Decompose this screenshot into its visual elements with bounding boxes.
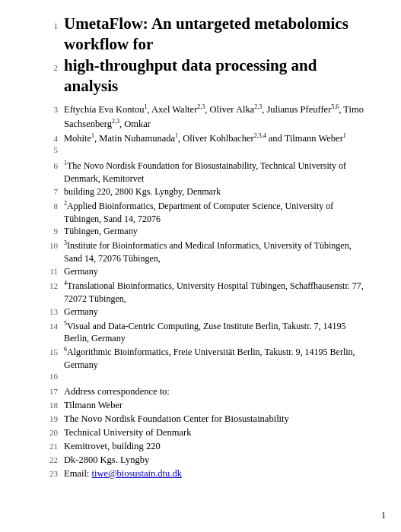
address-street: Kemitrovet, building 220 [64,440,364,454]
line-num-14: 14 [41,321,58,331]
line-22: 22 Dk-2800 Kgs. Lyngby [41,454,364,467]
line-num-3: 3 [41,105,58,114]
email-line: Email: tiwe@biosustain.dtu.dk [64,467,364,481]
line-14: 14 5Visual and Data-Centric Computing, Z… [41,319,364,346]
authors-line-2: Mohite1, Matin Nuhamunada1, Oliver Kohlb… [64,131,364,146]
line-num-5: 5 [41,145,58,154]
line-num-19: 19 [41,414,58,423]
line-3: 3 Eftychia Eva Kontou1, Axel Walter2,3, … [41,103,364,131]
line-18: 18 Tilmann Weber [41,399,364,413]
address-uni: Technical University of Denmark [64,426,364,440]
line-num-17: 17 [41,387,58,396]
title-line-1: UmetaFlow: An untargeted metabolomics wo… [64,14,364,55]
line-num-10: 10 [41,241,58,250]
line-num-8: 8 [41,201,58,211]
line-num-7: 7 [41,187,58,196]
affil-3-line2: Germany [64,265,364,278]
address-org: The Novo Nordisk Foundation Center for B… [64,413,364,426]
line-num-4: 4 [41,134,58,143]
line-9: 9 Tübingen, Germany [41,225,364,239]
line-11: 11 Germany [41,265,364,279]
line-21: 21 Kemitrovet, building 220 [41,440,364,454]
line-19: 19 The Novo Nordisk Foundation Center fo… [41,413,364,426]
line-1: 1 UmetaFlow: An untargeted metabolomics … [41,14,364,55]
line-num-16: 16 [41,372,58,381]
line-num-21: 21 [41,442,58,451]
line-num-2: 2 [41,63,58,72]
line-num-15: 15 [41,347,58,356]
affil-5: 5Visual and Data-Centric Computing, Zuse… [64,319,364,346]
affil-6: 6Algorithmic Bioinformatics, Freie Unive… [64,345,364,372]
line-4: 4 Mohite1, Matin Nuhamunada1, Oliver Koh… [41,131,364,146]
address-city: Dk-2800 Kgs. Lyngby [64,454,364,467]
line-5: 5 [41,145,364,156]
line-13: 13 Germany [41,306,364,319]
line-num-11: 11 [41,267,58,276]
line-num-9: 9 [41,226,58,236]
email-link[interactable]: tiwe@biosustain.dtu.dk [91,468,181,479]
authors-line-1: Eftychia Eva Kontou1, Axel Walter2,3, Ol… [64,103,364,131]
line-num-12: 12 [41,281,58,290]
affil-2-line1: 2Applied Bioinformatics, Department of C… [64,199,364,226]
address-name: Tilmann Weber [64,399,364,413]
line-20: 20 Technical University of Denmark [41,426,364,440]
line-num-6: 6 [41,161,58,170]
address-label: Address correspondence to: [64,385,364,399]
line-num-22: 22 [41,455,58,464]
affil-4-line2: Germany [64,306,364,318]
page-number: 1 [381,510,386,521]
affil-4-line1: 4Translational Bioinformatics, Universit… [64,279,364,306]
line-8: 8 2Applied Bioinformatics, Department of… [41,199,364,226]
affil-1-line2: building 220, 2800 Kgs. Lyngby, Denmark [64,185,364,198]
line-23: 23 Email: tiwe@biosustain.dtu.dk [41,467,364,481]
line-2: 2 high-throughput data processing and an… [41,55,364,97]
title-line-2: high-throughput data processing and anal… [64,55,364,97]
affil-3-line1: 3Institute for Bioinformatics and Medica… [64,239,364,265]
affil-1-line1: 1The Novo Nordisk Foundation for Biosust… [64,159,364,185]
line-7: 7 building 220, 2800 Kgs. Lyngby, Denmar… [41,185,364,199]
affil-2-line2: Tübingen, Germany [64,225,364,238]
line-num-20: 20 [41,428,58,437]
line-15: 15 6Algorithmic Bioinformatics, Freie Un… [41,345,364,372]
line-10: 10 3Institute for Bioinformatics and Med… [41,239,364,265]
line-17: 17 Address correspondence to: [41,385,364,399]
line-16: 16 [41,372,364,382]
line-num-23: 23 [41,469,58,478]
line-num-18: 18 [41,401,58,410]
line-num-1: 1 [41,21,58,30]
line-12: 12 4Translational Bioinformatics, Univer… [41,279,364,306]
line-6: 6 1The Novo Nordisk Foundation for Biosu… [41,159,364,185]
line-num-13: 13 [41,307,58,316]
